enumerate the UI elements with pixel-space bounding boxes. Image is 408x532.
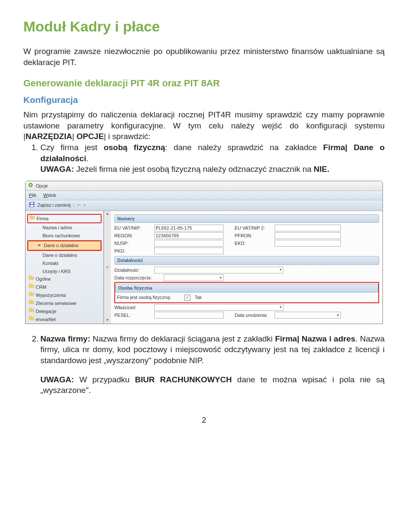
save-icon[interactable]	[29, 202, 35, 209]
label-data-urodzenia: Data urodzenia:	[235, 312, 272, 319]
folder-icon	[29, 308, 34, 312]
sidebar-item-firma[interactable]: Firma	[28, 215, 101, 223]
label-pkd: PKD:	[114, 248, 152, 254]
input-regon[interactable]: 123456785	[154, 232, 224, 239]
label-dzialalnosc: Działalność:	[114, 267, 152, 273]
section-heading-h2: Generowanie deklaracji PIT 4R oraz PIT 8…	[23, 77, 385, 90]
checkbox-osoba-fizyczna[interactable]: ✓	[184, 295, 190, 301]
label-data-rozp: Data rozpoczęcia:	[114, 275, 161, 281]
sidebar-item-zlecenia[interactable]: Zlecenia serwisowe	[27, 299, 102, 307]
svg-rect-14	[29, 300, 31, 301]
folder-icon	[29, 284, 34, 288]
window-titlebar: Opcje	[26, 181, 382, 191]
checkbox-label-tak: Tak	[195, 294, 202, 301]
folder-icon	[29, 300, 34, 304]
svg-point-1	[30, 184, 31, 186]
svg-rect-15	[29, 309, 34, 312]
input-nusp[interactable]	[154, 240, 224, 247]
svg-rect-7	[29, 276, 34, 280]
dropdown-wlasciciel[interactable]	[154, 304, 283, 311]
svg-rect-12	[29, 292, 31, 293]
sidebar-scrollbar[interactable]: ▲≡▼	[104, 211, 111, 324]
page-title: Moduł Kadry i płace	[23, 17, 385, 37]
menu-widok[interactable]: Widok	[43, 192, 57, 199]
save-close-button[interactable]: Zapisz i zamknij	[37, 202, 71, 208]
window-title: Opcje	[36, 183, 48, 189]
sidebar-item-dane-o-dzialalnosci[interactable]: ➜ Dane o działalno	[28, 241, 101, 250]
label-pesel: PESEL:	[114, 312, 152, 319]
sidebar-item-enovanet[interactable]: enovaNet	[27, 316, 102, 324]
svg-rect-4	[31, 202, 33, 204]
arrow-icon: ➜	[37, 242, 41, 248]
label-euvat: EU VAT/NIP:	[114, 225, 152, 231]
section-dzialalnosc: Działalność	[114, 256, 379, 265]
label-wlasciciel: Właściciel:	[114, 304, 152, 311]
svg-rect-5	[30, 216, 35, 219]
input-ekd[interactable]	[275, 240, 341, 247]
cut-icon[interactable]: ✂	[77, 202, 81, 208]
folder-icon	[29, 276, 34, 280]
section-heading-h3: Konfiguracja	[23, 94, 385, 106]
main-panel: Numery EU VAT/NIP: PL692-21-85-175 EU VA…	[111, 211, 382, 324]
sidebar-item-wypozyczenia[interactable]: Wypożyczenia	[27, 291, 102, 299]
input-euvat[interactable]: PL692-21-85-175	[154, 225, 224, 231]
input-pfron[interactable]	[275, 232, 341, 239]
svg-rect-6	[30, 215, 32, 216]
sidebar: Firma Nazwa i adres Biuro rachunkowe ➜ D…	[26, 211, 104, 324]
list-item-2-uwaga: UWAGA: W przypadku BIUR RACHUNKOWYCH dan…	[23, 374, 385, 396]
svg-rect-3	[30, 205, 34, 207]
list-item-2: 2. Nazwa firmy: Nazwa firmy do deklaracj…	[23, 333, 385, 366]
label-nusp: NUSP:	[114, 240, 152, 247]
sidebar-item-dane-2[interactable]: Dane o działalno	[27, 251, 102, 259]
list-item-1: Czy firma jest osobą fizyczną: dane nale…	[40, 142, 385, 175]
svg-rect-10	[29, 284, 31, 285]
label-euvat2: EU VAT/NIP 2:	[235, 225, 272, 231]
input-euvat2[interactable]	[275, 225, 341, 231]
sidebar-item-ogolne[interactable]: Ogólne	[27, 275, 102, 283]
label-firma-jest: Firma jest osobą fizyczną:	[117, 294, 178, 301]
page-number: 2	[23, 415, 385, 425]
input-pkd[interactable]	[154, 248, 224, 254]
sidebar-item-crm[interactable]: CRM	[27, 283, 102, 291]
sidebar-item-delegacje[interactable]: Delegacje	[27, 307, 102, 316]
folder-icon	[29, 316, 34, 320]
section-numery: Numery	[114, 214, 379, 223]
label-pfron: PFRON:	[235, 233, 272, 239]
settings-icon	[28, 182, 33, 189]
input-pesel[interactable]	[154, 312, 224, 319]
intro-paragraph: W programie zawsze niezwłocznie po opubl…	[23, 46, 385, 68]
folder-icon	[30, 215, 35, 219]
menubar: Plik Widok	[26, 191, 382, 200]
input-data-urodzenia[interactable]: ▾	[275, 312, 341, 319]
svg-rect-18	[29, 316, 31, 317]
config-paragraph: Nim przystąpimy do naliczenia deklaracji…	[23, 109, 385, 142]
svg-rect-13	[29, 301, 34, 304]
dropdown-dzialalnosc[interactable]	[154, 267, 283, 273]
input-data-rozp[interactable]: ▾	[164, 274, 224, 281]
svg-rect-16	[29, 308, 31, 309]
svg-rect-9	[29, 284, 34, 288]
sidebar-item-urzedy[interactable]: Urzędy i KRS	[27, 267, 102, 276]
folder-icon	[29, 292, 34, 296]
svg-rect-11	[29, 293, 34, 296]
sidebar-item-biuro[interactable]: Biuro rachunkowe	[27, 232, 102, 240]
sidebar-item-nazwa[interactable]: Nazwa i adres	[27, 224, 102, 232]
label-regon: REGON:	[114, 233, 152, 239]
toolbar: Zapisz i zamknij | ✂ ▾	[26, 200, 382, 211]
label-ekd: EKD:	[235, 240, 272, 247]
sidebar-item-kontakt[interactable]: Kontakt	[27, 259, 102, 267]
svg-rect-17	[29, 317, 34, 320]
embedded-screenshot: Opcje Plik Widok Zapisz i zamknij | ✂ ▾ …	[25, 181, 383, 324]
svg-rect-8	[29, 276, 31, 277]
section-osoba-fizyczna: Osoba fizyczna	[115, 284, 378, 293]
menu-plik[interactable]: Plik	[29, 192, 37, 199]
